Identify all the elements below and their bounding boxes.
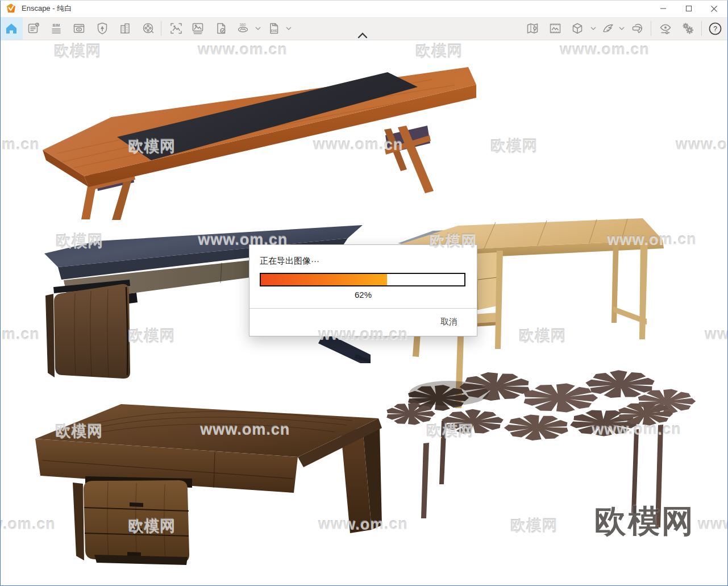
material-library-icon: [548, 21, 563, 36]
vr-headset-icon: [630, 21, 645, 36]
svg-text:360: 360: [240, 23, 246, 27]
window-title: Enscape - 纯白: [22, 3, 72, 14]
maximize-icon: [685, 5, 692, 12]
asset-library-button[interactable]: [91, 17, 114, 40]
minimize-icon: [660, 5, 667, 12]
screenshot-icon: [169, 21, 184, 36]
toolbar-divider: [701, 21, 702, 36]
titlebar: Enscape - 纯白: [0, 0, 728, 17]
view-management-icon: [72, 21, 86, 36]
video-editor-button[interactable]: [137, 17, 160, 40]
asset-library-icon: [95, 21, 110, 36]
cancel-button[interactable]: 取消: [438, 315, 460, 329]
toolbar-divider: [161, 21, 161, 36]
exe-standalone-button[interactable]: EXE: [263, 17, 285, 40]
site-context-button[interactable]: [114, 17, 136, 40]
export-progress-dialog: 正在导出图像··· 62% 取消: [249, 244, 477, 336]
chevron-down-icon: [590, 26, 596, 31]
progress-bar-fill: [261, 274, 387, 285]
render-image-button[interactable]: [210, 17, 232, 40]
general-settings-button[interactable]: [676, 17, 699, 40]
bim-mode-icon: BIM: [49, 21, 64, 36]
progress-percent: 62%: [249, 290, 477, 300]
visual-settings-button[interactable]: [654, 17, 677, 40]
map-location-button[interactable]: [521, 17, 544, 40]
map-location-icon: [525, 21, 540, 36]
home-icon: [4, 21, 19, 36]
close-button[interactable]: [701, 0, 727, 17]
toolbar-divider: [651, 21, 651, 36]
chevron-down-icon: [286, 26, 292, 31]
feedback-notes-icon: [26, 21, 41, 36]
maximize-button[interactable]: [676, 0, 701, 17]
material-library-button[interactable]: [544, 17, 567, 40]
svg-text:BIM: BIM: [53, 23, 60, 27]
batch-rendering-icon: [190, 21, 205, 36]
render-image-icon: [214, 21, 228, 36]
feedback-notes-button[interactable]: [22, 17, 45, 40]
furniture-teak-bench: [43, 67, 476, 220]
fly-mode-button[interactable]: [597, 17, 619, 40]
general-settings-icon: [680, 21, 695, 36]
dialog-divider: [249, 308, 477, 309]
chevron-up-icon: [357, 32, 368, 39]
view-management-button[interactable]: [68, 17, 90, 40]
collapse-toolbar-button[interactable]: [357, 32, 368, 40]
help-icon: ?: [708, 21, 723, 36]
enscape-logo-icon: [6, 3, 16, 14]
window-controls: [650, 0, 727, 17]
fly-mode-icon: [601, 21, 615, 36]
furniture-leaf-table: [386, 367, 696, 527]
svg-text:?: ?: [713, 25, 717, 33]
dialog-title: 正在导出图像···: [260, 256, 319, 267]
visual-settings-icon: [658, 21, 673, 36]
site-context-icon: [118, 21, 132, 36]
chevron-down-icon: [255, 26, 261, 31]
close-icon: [710, 5, 718, 13]
orbit-mode-icon: [570, 21, 585, 36]
fly-dropdown-button[interactable]: [617, 17, 626, 40]
panorama-dropdown-button[interactable]: [253, 17, 263, 40]
vr-headset-button[interactable]: [626, 17, 649, 40]
video-editor-icon: [141, 21, 156, 36]
minimize-button[interactable]: [650, 0, 676, 17]
svg-text:EXE: EXE: [271, 29, 277, 32]
exe-dropdown-button[interactable]: [284, 17, 293, 40]
furniture-walnut-desk: [35, 404, 382, 565]
screenshot-button[interactable]: [165, 17, 188, 40]
help-button[interactable]: ?: [704, 17, 726, 40]
orbit-mode-button[interactable]: [566, 17, 589, 40]
enscape-window: { "titlebar": { "title": "Enscape - 纯白",…: [0, 0, 728, 586]
chevron-down-icon: [619, 26, 625, 31]
progress-bar: [260, 273, 465, 286]
bim-mode-button[interactable]: BIM: [45, 17, 68, 40]
batch-rendering-button[interactable]: [186, 17, 209, 40]
mono-panorama-icon: 360: [236, 21, 251, 36]
home-button[interactable]: [0, 17, 23, 40]
mono-panorama-button[interactable]: 360: [232, 17, 255, 40]
exe-standalone-icon: EXE: [267, 21, 281, 36]
